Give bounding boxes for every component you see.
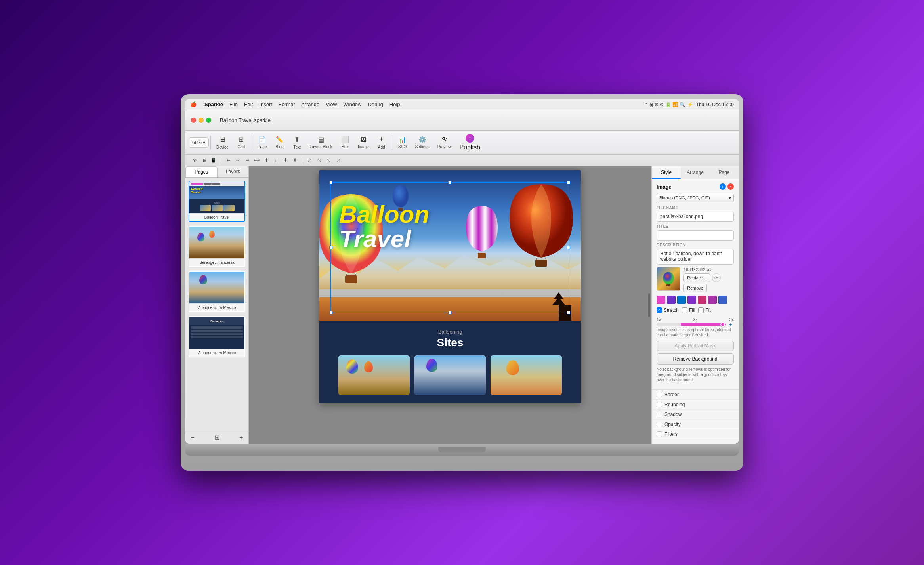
fill-checkbox[interactable]: [682, 307, 687, 313]
close-button[interactable]: [191, 118, 196, 123]
thumb-nav2: [204, 183, 212, 185]
panel-tab-page[interactable]: Page: [710, 166, 739, 179]
distribute-h-btn[interactable]: ⟺: [253, 157, 260, 164]
sidebar-page-view-btn[interactable]: ⊞: [213, 434, 221, 442]
swatch-violet[interactable]: [687, 296, 696, 304]
sidebar-tab-layers[interactable]: Layers: [218, 166, 249, 177]
toolbar-box-btn[interactable]: ⬜ Box: [336, 134, 354, 151]
menu-format[interactable]: Format: [279, 101, 295, 107]
menu-edit[interactable]: Edit: [244, 101, 253, 107]
seo-label: SEO: [398, 145, 407, 149]
shadow-checkbox[interactable]: [657, 412, 662, 417]
menu-arrange[interactable]: Arrange: [301, 101, 319, 107]
fit-checkbox[interactable]: [698, 307, 704, 313]
menubar: 🍎 Sparkle File Edit Insert Format Arrang…: [185, 99, 739, 110]
menu-file[interactable]: File: [229, 101, 238, 107]
sidebar-page-serengeti[interactable]: Serengeti, Tanzania: [189, 226, 245, 267]
maximize-button[interactable]: [206, 118, 211, 123]
minimize-button[interactable]: [199, 118, 204, 123]
swatch-cobalt[interactable]: [718, 296, 727, 304]
toolbar-seo-btn[interactable]: 📊 SEO: [394, 134, 411, 151]
monitor-sub-btn[interactable]: 🖥: [200, 157, 208, 164]
swatch-purple[interactable]: [667, 296, 676, 304]
remove-btn[interactable]: Remove: [683, 284, 707, 292]
phone-sub-btn[interactable]: 📱: [210, 157, 217, 164]
sidebar-add-page-btn[interactable]: −: [189, 434, 197, 442]
swatch-dark-pink[interactable]: [698, 296, 706, 304]
image-info-btn[interactable]: i: [720, 183, 726, 190]
canvas-scroll[interactable]: [648, 293, 650, 317]
stretch-checkbox[interactable]: [657, 307, 662, 313]
align-center-h-btn[interactable]: ↕: [272, 157, 279, 164]
shadow-row[interactable]: Shadow: [652, 410, 739, 420]
menu-window[interactable]: Window: [343, 101, 361, 107]
corner-tl-btn[interactable]: ◸: [306, 157, 313, 164]
align-top-btn[interactable]: ⬆: [263, 157, 270, 164]
image-close-btn[interactable]: ×: [727, 183, 734, 190]
sidebar-page-balloon-travel[interactable]: BalloonTravel Sites: [189, 181, 245, 222]
border-checkbox[interactable]: [657, 392, 662, 397]
toolbar-blog-btn[interactable]: ✏️ Blog: [271, 134, 288, 151]
rounding-checkbox[interactable]: [657, 402, 662, 407]
res-slider-thumb[interactable]: [720, 322, 725, 327]
toolbar-image-btn[interactable]: 🖼 Image: [354, 134, 373, 151]
page-thumb-balloon-travel-img: BalloonTravel Sites: [189, 181, 244, 213]
toolbar-page-btn[interactable]: 📄 Page: [254, 134, 271, 151]
filters-row[interactable]: Filters: [652, 429, 739, 439]
align-right-btn[interactable]: ➡: [244, 157, 251, 164]
distribute-v-btn[interactable]: ⇕: [291, 157, 298, 164]
align-center-v-btn[interactable]: ↔: [234, 157, 241, 164]
swatch-magenta[interactable]: [708, 296, 717, 304]
window-title: Balloon Travel.sparkle: [220, 117, 733, 123]
filename-value: parallax-balloon.png: [657, 212, 734, 222]
menu-help[interactable]: Help: [389, 101, 400, 107]
zoom-control[interactable]: 66% ▾: [189, 137, 209, 148]
sidebar-remove-page-btn[interactable]: +: [237, 434, 245, 442]
toolbar-device-btn[interactable]: 🖥 Device: [212, 134, 233, 151]
sidebar-tab-pages[interactable]: Pages: [185, 166, 218, 177]
sidebar-page-albuq-1[interactable]: Albuquerq...w Mexico: [189, 271, 245, 312]
page-label-serengeti: Serengeti, Tanzania: [189, 258, 244, 266]
swatch-blue[interactable]: [677, 296, 686, 304]
fit-item: Fit: [698, 307, 710, 313]
remove-background-btn[interactable]: Remove Background: [657, 353, 734, 365]
toolbar-text-btn[interactable]: T Text: [288, 134, 306, 151]
sidebar-page-albuq-2[interactable]: Packages: [189, 316, 245, 357]
res-scale-row: 1x 2x 3x: [657, 317, 734, 322]
menu-debug[interactable]: Debug: [368, 101, 383, 107]
bitmap-type-select[interactable]: Bitmap (PNG, JPEG, GIF) ▾: [657, 193, 734, 202]
menu-insert[interactable]: Insert: [259, 101, 272, 107]
toolbar-publish-btn[interactable]: ↑ Publish: [455, 132, 484, 153]
corner-bl-btn[interactable]: ◺: [325, 157, 332, 164]
corner-br-btn[interactable]: ◿: [334, 157, 342, 164]
toolbar-layout-block-btn[interactable]: ▤ Layout Block: [306, 134, 336, 151]
toolbar-settings-btn[interactable]: ⚙️ Settings: [411, 134, 433, 151]
rounding-row[interactable]: Rounding: [652, 400, 739, 410]
replace-btn[interactable]: Replace...: [683, 273, 710, 282]
hero-title-line1: Balloon: [339, 202, 429, 227]
toolbar-add-btn[interactable]: + Add: [373, 134, 390, 151]
eye-sub-btn[interactable]: 👁: [191, 157, 198, 164]
menu-view[interactable]: View: [326, 101, 337, 107]
border-row[interactable]: Border: [652, 390, 739, 400]
toolbar-grid-btn[interactable]: ⊞ Grid: [233, 134, 250, 151]
apple-icon[interactable]: 🍎: [190, 101, 197, 107]
filters-checkbox[interactable]: [657, 431, 662, 437]
align-bottom-btn[interactable]: ⬇: [282, 157, 289, 164]
canvas-area[interactable]: Balloon Travel: [249, 166, 651, 444]
res-slider[interactable]: [657, 323, 726, 326]
thumb-albuq1-bg: [189, 272, 244, 303]
bottom-section: Ballooning Sites: [319, 321, 581, 403]
replace-circle-btn[interactable]: ⟳: [712, 273, 721, 282]
align-left-btn[interactable]: ⬅: [225, 157, 232, 164]
corner-tr-btn[interactable]: ◹: [315, 157, 323, 164]
panel-tab-style[interactable]: Style: [652, 166, 681, 179]
toolbar-preview-btn[interactable]: 👁 Preview: [433, 134, 456, 151]
swatch-pink[interactable]: [657, 296, 665, 304]
toolbar-divider-3: [392, 136, 392, 150]
panel-tab-arrange[interactable]: Arrange: [681, 166, 710, 179]
opacity-checkbox[interactable]: [657, 422, 662, 427]
opacity-row[interactable]: Opacity: [652, 420, 739, 429]
res-plus-btn[interactable]: +: [729, 321, 732, 328]
screen-bezel: 🍎 Sparkle File Edit Insert Format Arrang…: [185, 99, 739, 444]
